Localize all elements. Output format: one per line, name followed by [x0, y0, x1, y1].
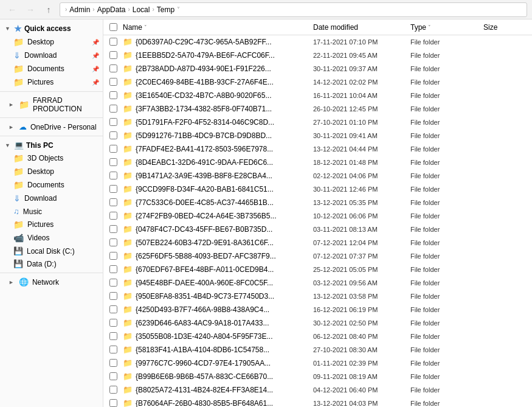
- table-row[interactable]: 📁 {9B1471A2-3A9E-439B-B8F8-E28CBA4... 02…: [103, 169, 532, 183]
- row-checkbox-27[interactable]: [106, 399, 120, 407]
- file-checkbox-17[interactable]: [109, 265, 117, 273]
- file-checkbox-22[interactable]: [109, 332, 117, 340]
- row-checkbox-18[interactable]: [106, 279, 120, 287]
- table-row[interactable]: 📁 {77C533C6-D0EE-4C85-AC37-4465B1B... 13…: [103, 196, 532, 209]
- sidebar-item-pictures-qa[interactable]: 📁 Pictures 📌: [0, 75, 103, 89]
- row-checkbox-24[interactable]: [106, 359, 120, 367]
- table-row[interactable]: 📁 {9CCD99F8-D34F-4A20-BAB1-6841C51... 30…: [103, 183, 532, 196]
- table-row[interactable]: 📁 {5D991276-71BB-4DC9-B7CB-D9D8BD... 30-…: [103, 129, 532, 142]
- table-row[interactable]: 📁 {35055B08-1D3E-4240-A804-5F95F73E... 0…: [103, 330, 532, 343]
- table-row[interactable]: 📁 {99776C7C-9960-4CD7-97E4-17905AA... 01…: [103, 357, 532, 370]
- table-row[interactable]: 📁 {274F2FB9-0BED-4C24-A64E-3B7356B5... 1…: [103, 209, 532, 223]
- table-row[interactable]: 📁 {58183F41-A1BA-4104-8DB6-1C54758... 27…: [103, 343, 532, 357]
- file-checkbox-25[interactable]: [109, 372, 117, 380]
- file-checkbox-12[interactable]: [109, 198, 117, 206]
- sidebar-item-desktop-qa[interactable]: 📁 Desktop 📌: [0, 35, 103, 49]
- sidebar-item-music[interactable]: ♫ Music: [0, 205, 103, 218]
- table-row[interactable]: 📁 {8D4EABC1-32D6-491C-9DAA-FED6C6... 18-…: [103, 156, 532, 169]
- file-checkbox-19[interactable]: [109, 292, 117, 300]
- row-checkbox-1[interactable]: [106, 51, 120, 59]
- file-checkbox-15[interactable]: [109, 238, 117, 246]
- table-row[interactable]: 📁 {1EEBB5D2-5A70-479A-BE6F-ACFC06F... 22…: [103, 49, 532, 62]
- breadcrumb-local[interactable]: Local: [133, 5, 150, 14]
- sidebar-item-localc[interactable]: 💾 Local Disk (C:): [0, 245, 103, 257]
- table-row[interactable]: 📁 {B76064AF-26B0-4830-85B5-BF648A61... 1…: [103, 397, 532, 407]
- sidebar-item-desktop-pc[interactable]: 📁 Desktop: [0, 165, 103, 178]
- row-checkbox-26[interactable]: [106, 386, 120, 394]
- row-checkbox-3[interactable]: [106, 78, 120, 86]
- header-checkbox[interactable]: [106, 23, 120, 31]
- breadcrumb-temp[interactable]: Temp: [157, 5, 174, 14]
- file-checkbox-0[interactable]: [109, 38, 117, 46]
- table-row[interactable]: 📁 {0D6397A0-C29C-473C-965A-5AB92FF... 17…: [103, 35, 532, 49]
- sidebar-item-videos[interactable]: 📹 Videos: [0, 231, 103, 245]
- sidebar-item-farrad[interactable]: ► 📁 FARRAD PRODUCTION: [0, 94, 103, 115]
- row-checkbox-2[interactable]: [106, 64, 120, 72]
- header-type[interactable]: Type ˅: [408, 23, 481, 32]
- table-row[interactable]: 📁 {B99B6E6B-9B6B-457A-883C-CE66B70... 09…: [103, 370, 532, 383]
- table-row[interactable]: 📁 {2B738ADD-A87D-4934-90E1-F91F226... 30…: [103, 62, 532, 75]
- file-checkbox-14[interactable]: [109, 225, 117, 233]
- row-checkbox-5[interactable]: [106, 105, 120, 113]
- file-checkbox-9[interactable]: [109, 158, 117, 166]
- row-checkbox-17[interactable]: [106, 265, 120, 273]
- file-checkbox-1[interactable]: [109, 51, 117, 59]
- row-checkbox-16[interactable]: [106, 252, 120, 260]
- row-checkbox-20[interactable]: [106, 305, 120, 313]
- file-checkbox-5[interactable]: [109, 105, 117, 113]
- table-row[interactable]: 📁 {2C0EC469-84BE-41BB-93CF-27A6F4E... 14…: [103, 75, 532, 89]
- row-checkbox-9[interactable]: [106, 158, 120, 166]
- file-checkbox-3[interactable]: [109, 78, 117, 86]
- row-checkbox-8[interactable]: [106, 145, 120, 153]
- row-checkbox-0[interactable]: [106, 38, 120, 46]
- row-checkbox-11[interactable]: [106, 185, 120, 193]
- row-checkbox-10[interactable]: [106, 172, 120, 179]
- table-row[interactable]: 📁 {945E48BF-DAEE-400A-960E-8FC0C5F... 03…: [103, 276, 532, 290]
- file-checkbox-2[interactable]: [109, 64, 117, 72]
- row-checkbox-13[interactable]: [106, 212, 120, 220]
- table-row[interactable]: 📁 {3F7A3BB2-1734-4382-85F8-0F740B71... 2…: [103, 102, 532, 116]
- table-row[interactable]: 📁 {7FADF4E2-BA41-4172-8503-596E7978... 1…: [103, 142, 532, 156]
- file-checkbox-27[interactable]: [109, 399, 117, 407]
- row-checkbox-6[interactable]: [106, 118, 120, 126]
- file-checkbox-4[interactable]: [109, 91, 117, 99]
- file-checkbox-13[interactable]: [109, 212, 117, 220]
- file-checkbox-21[interactable]: [109, 319, 117, 327]
- sidebar-item-download-pc[interactable]: ⇓ Download: [0, 192, 103, 205]
- up-button[interactable]: ↑: [41, 2, 56, 17]
- row-checkbox-12[interactable]: [106, 198, 120, 206]
- table-row[interactable]: 📁 {4250D493-B7F7-466A-98B8-438A9C4... 16…: [103, 303, 532, 316]
- file-checkbox-6[interactable]: [109, 118, 117, 126]
- header-size[interactable]: Size: [481, 23, 530, 32]
- sidebar-item-onedrive[interactable]: ► ☁ OneDrive - Personal: [0, 120, 103, 133]
- header-date[interactable]: Date modified: [311, 23, 408, 32]
- sidebar-item-3dobjects[interactable]: 📁 3D Objects: [0, 151, 103, 165]
- table-row[interactable]: 📁 {0478F4C7-DC43-45FF-BE67-B0B735D... 03…: [103, 223, 532, 236]
- sidebar-item-datad[interactable]: 💾 Data (D:): [0, 257, 103, 270]
- file-checkbox-7[interactable]: [109, 131, 117, 139]
- row-checkbox-15[interactable]: [106, 238, 120, 246]
- header-name[interactable]: Name ˅: [120, 23, 311, 32]
- file-checkbox-23[interactable]: [109, 346, 117, 353]
- row-checkbox-14[interactable]: [106, 225, 120, 233]
- table-row[interactable]: 📁 {670EDF67-BFE4-48BF-A011-0CED9B4... 25…: [103, 263, 532, 276]
- this-pc-header[interactable]: ▼ 💻 This PC: [0, 139, 103, 151]
- file-checkbox-18[interactable]: [109, 279, 117, 287]
- row-checkbox-19[interactable]: [106, 292, 120, 300]
- table-row[interactable]: 📁 {507EB224-60B3-472D-9E91-8A361C6F... 0…: [103, 236, 532, 249]
- file-checkbox-16[interactable]: [109, 252, 117, 260]
- forward-button[interactable]: →: [23, 2, 38, 17]
- breadcrumb-admin[interactable]: Admin: [69, 5, 90, 14]
- select-all-checkbox[interactable]: [109, 23, 117, 31]
- quick-access-header[interactable]: ▼ ★ Quick access: [0, 22, 103, 35]
- sidebar-item-documents-qa[interactable]: 📁 Documents 📌: [0, 62, 103, 75]
- sidebar-item-pictures-pc[interactable]: 📁 Pictures: [0, 218, 103, 231]
- row-checkbox-7[interactable]: [106, 131, 120, 139]
- sidebar-item-download-qa[interactable]: ⇓ Download 📌: [0, 49, 103, 62]
- row-checkbox-25[interactable]: [106, 372, 120, 380]
- back-button[interactable]: ←: [5, 2, 19, 17]
- table-row[interactable]: 📁 {3E16540E-CD32-4B7C-A8B0-9020F65... 16…: [103, 89, 532, 102]
- table-row[interactable]: 📁 {625F6DF5-5B88-4093-BED7-AFC387F9... 0…: [103, 249, 532, 263]
- file-checkbox-20[interactable]: [109, 305, 117, 313]
- row-checkbox-21[interactable]: [106, 319, 120, 327]
